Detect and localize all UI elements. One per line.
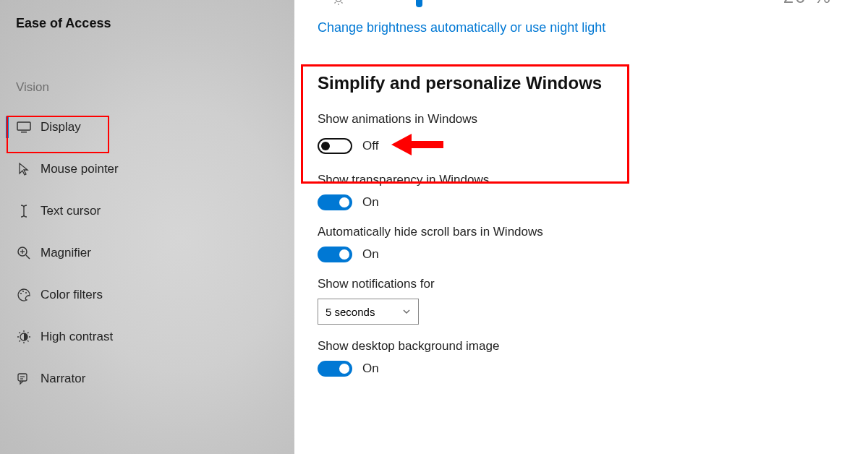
sidebar-item-label: Text cursor <box>41 204 101 218</box>
sidebar-item-high-contrast[interactable]: High contrast <box>0 320 294 354</box>
setting-scrollbars: Automatically hide scroll bars in Window… <box>318 225 868 262</box>
setting-animations: Show animations in Windows Off <box>318 112 868 158</box>
sidebar-item-text-cursor[interactable]: Text cursor <box>0 194 294 228</box>
sidebar: Ease of Access Vision Display Mouse poin… <box>0 0 294 454</box>
setting-label: Show transparency in Windows <box>318 173 868 187</box>
svg-rect-30 <box>409 141 443 148</box>
toggle-animations[interactable] <box>318 138 352 154</box>
contrast-icon <box>16 329 32 345</box>
pointer-icon <box>16 161 32 177</box>
setting-label: Show notifications for <box>318 277 868 291</box>
sidebar-title: Ease of Access <box>0 16 294 31</box>
svg-rect-0 <box>17 122 30 130</box>
content-pane: 20 % Change brightness automatically or … <box>294 0 868 454</box>
svg-rect-18 <box>18 374 27 381</box>
chevron-down-icon <box>402 306 411 318</box>
sidebar-item-label: Narrator <box>41 372 85 386</box>
narrator-icon <box>16 371 32 387</box>
svg-rect-1 <box>21 132 27 133</box>
sidebar-item-narrator[interactable]: Narrator <box>0 362 294 395</box>
toggle-state: On <box>362 195 379 210</box>
svg-line-16 <box>27 333 29 334</box>
svg-line-3 <box>26 255 30 259</box>
setting-label: Show desktop background image <box>318 339 868 354</box>
setting-notifications: Show notifications for 5 seconds <box>318 277 868 325</box>
sidebar-item-label: Mouse pointer <box>41 162 119 176</box>
dropdown-value: 5 seconds <box>326 306 375 318</box>
svg-point-7 <box>22 291 24 292</box>
sidebar-item-label: High contrast <box>41 330 113 344</box>
section-heading-simplify: Simplify and personalize Windows <box>318 73 868 93</box>
setting-background: Show desktop background image On <box>318 339 868 377</box>
toggle-scrollbars[interactable] <box>318 247 352 262</box>
brightness-low-icon <box>332 0 345 9</box>
text-cursor-icon <box>16 203 32 219</box>
toggle-state: On <box>362 361 379 376</box>
svg-line-14 <box>20 333 21 334</box>
setting-transparency: Show transparency in Windows On <box>318 173 868 210</box>
svg-line-27 <box>341 2 343 4</box>
sidebar-item-label: Display <box>41 120 81 134</box>
magnifier-icon <box>16 245 32 261</box>
sidebar-item-mouse-pointer[interactable]: Mouse pointer <box>0 153 294 186</box>
sidebar-item-color-filters[interactable]: Color filters <box>0 278 294 312</box>
sidebar-item-magnifier[interactable]: Magnifier <box>0 236 294 270</box>
notifications-dropdown[interactable]: 5 seconds <box>318 299 419 325</box>
svg-line-29 <box>335 2 336 4</box>
toggle-state: Off <box>362 139 378 153</box>
svg-marker-31 <box>391 134 412 155</box>
sidebar-item-label: Magnifier <box>41 246 91 260</box>
toggle-transparency[interactable] <box>318 194 352 210</box>
toggle-background[interactable] <box>318 361 352 377</box>
monitor-icon <box>16 119 32 135</box>
brightness-auto-link[interactable]: Change brightness automatically or use n… <box>318 20 605 35</box>
annotation-arrow-icon <box>391 134 443 158</box>
sidebar-item-label: Color filters <box>41 288 103 302</box>
brightness-slider-thumb[interactable] <box>416 0 422 7</box>
sidebar-section-vision: Vision <box>0 80 294 95</box>
setting-label: Automatically hide scroll bars in Window… <box>318 225 868 239</box>
sidebar-item-display[interactable]: Display <box>0 111 294 144</box>
svg-line-17 <box>20 340 21 342</box>
svg-point-8 <box>25 292 27 294</box>
toggle-state: On <box>362 247 379 262</box>
palette-icon <box>16 287 32 303</box>
setting-label: Show animations in Windows <box>318 112 868 127</box>
svg-point-21 <box>336 0 341 2</box>
svg-line-15 <box>27 340 29 342</box>
brightness-slider-row: 20 % <box>318 0 868 4</box>
svg-point-6 <box>20 293 22 294</box>
brightness-value: 20 % <box>783 0 832 8</box>
